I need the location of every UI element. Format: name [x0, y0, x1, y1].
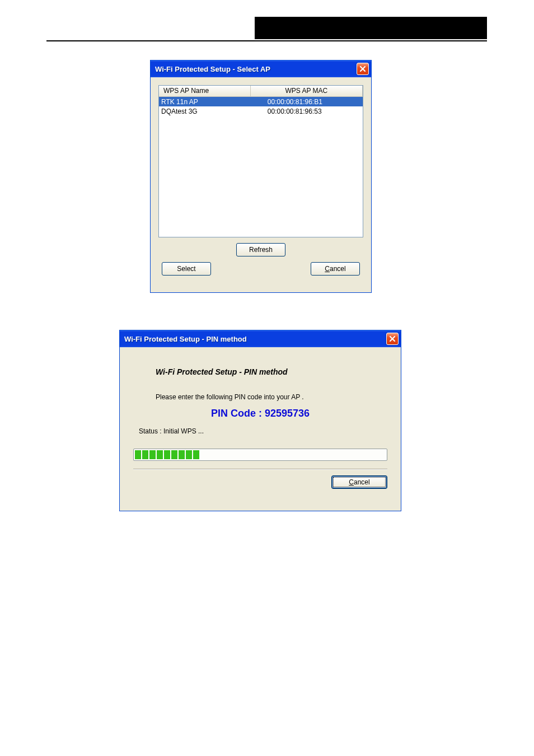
- progress-block: [149, 450, 156, 459]
- pin-method-dialog: Wi-Fi Protected Setup - PIN method Wi-Fi…: [119, 330, 401, 511]
- divider: [133, 469, 387, 470]
- pin-method-title: Wi-Fi Protected Setup - PIN method: [124, 335, 386, 343]
- header-black-bar: [255, 17, 487, 39]
- ap-mac-cell: 00:00:00:81:96:B1: [251, 98, 363, 106]
- cancel-rest: ancel: [354, 478, 370, 486]
- select-ap-title: Wi-Fi Protected Setup - Select AP: [155, 65, 357, 73]
- column-header-mac[interactable]: WPS AP MAC: [251, 86, 363, 96]
- progress-block: [193, 450, 199, 459]
- refresh-button[interactable]: Refresh: [236, 243, 285, 256]
- select-ap-dialog: Wi-Fi Protected Setup - Select AP WPS AP…: [150, 60, 372, 293]
- pin-heading: Wi-Fi Protected Setup - PIN method: [156, 367, 387, 376]
- bottom-button-row: Select Cancel: [158, 262, 363, 276]
- progress-block: [164, 450, 170, 459]
- close-icon[interactable]: [386, 333, 399, 345]
- progress-block: [135, 450, 141, 459]
- cancel-rest: ancel: [330, 265, 346, 273]
- progress-bar: [133, 449, 387, 461]
- header-underline: [46, 40, 487, 41]
- progress-block: [142, 450, 148, 459]
- refresh-row: Refresh: [158, 243, 363, 256]
- progress-block: [171, 450, 177, 459]
- table-row[interactable]: RTK 11n AP 00:00:00:81:96:B1: [159, 97, 363, 106]
- table-row[interactable]: DQAtest 3G 00:00:00:81:96:53: [159, 106, 363, 116]
- ap-name-cell: DQAtest 3G: [159, 108, 251, 115]
- pin-code-value: PIN Code : 92595736: [133, 408, 387, 419]
- select-ap-titlebar[interactable]: Wi-Fi Protected Setup - Select AP: [151, 60, 371, 77]
- pin-method-body: Wi-Fi Protected Setup - PIN method Pleas…: [120, 347, 401, 511]
- ap-name-cell: RTK 11n AP: [159, 98, 251, 106]
- select-ap-body: WPS AP Name WPS AP MAC RTK 11n AP 00:00:…: [151, 77, 371, 292]
- status-text: Status : Initial WPS ...: [139, 427, 387, 435]
- cancel-button[interactable]: Cancel: [331, 475, 387, 489]
- cancel-row: Cancel: [133, 475, 387, 489]
- close-icon[interactable]: [357, 63, 369, 75]
- ap-mac-cell: 00:00:00:81:96:53: [251, 108, 363, 115]
- ap-listbox[interactable]: WPS AP Name WPS AP MAC RTK 11n AP 00:00:…: [158, 85, 363, 237]
- progress-block: [186, 450, 192, 459]
- pin-method-titlebar[interactable]: Wi-Fi Protected Setup - PIN method: [120, 330, 401, 347]
- ap-list-header: WPS AP Name WPS AP MAC: [159, 86, 363, 97]
- cancel-button[interactable]: Cancel: [311, 262, 360, 276]
- pin-instruction: Please enter the following PIN code into…: [156, 393, 387, 401]
- ap-list-rows: RTK 11n AP 00:00:00:81:96:B1 DQAtest 3G …: [159, 97, 363, 237]
- select-button[interactable]: Select: [162, 262, 211, 276]
- progress-block: [157, 450, 163, 459]
- progress-block: [179, 450, 185, 459]
- cancel-mnemonic: C: [349, 478, 354, 486]
- column-header-name[interactable]: WPS AP Name: [159, 86, 251, 96]
- cancel-mnemonic: C: [325, 265, 330, 273]
